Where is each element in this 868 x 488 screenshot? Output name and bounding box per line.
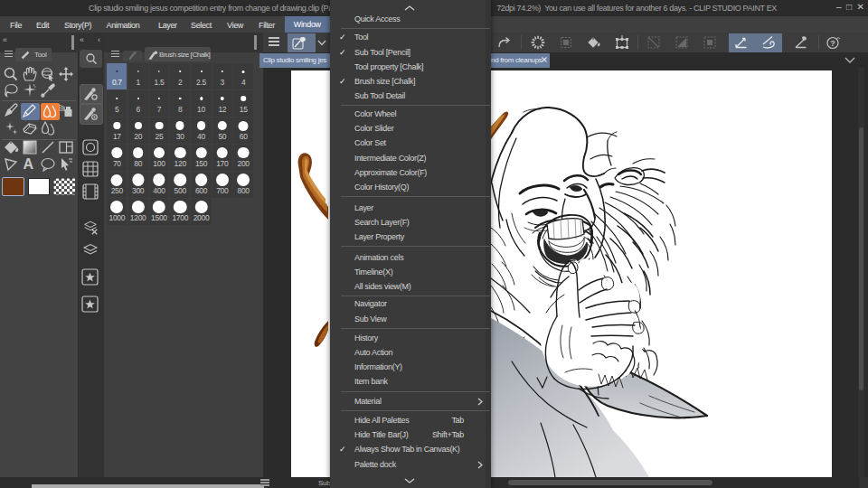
svg-text:?: ? bbox=[830, 39, 835, 48]
